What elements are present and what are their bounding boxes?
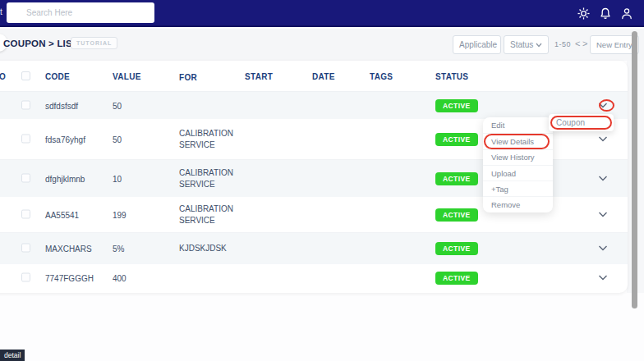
col-header-date: DATE [312, 72, 335, 81]
row-checkbox[interactable] [21, 244, 30, 254]
row-expand-chevron-icon[interactable] [598, 101, 608, 110]
vertical-scrollbar[interactable] [632, 31, 637, 308]
status-badge: ACTIVE [435, 272, 478, 285]
status-filter-select[interactable]: Status [504, 35, 549, 54]
col-header-start: START [245, 72, 273, 81]
table-row: sdfdsfsdf 50 ACTIVE [0, 92, 628, 119]
pagination-range: 1-50 [554, 40, 571, 48]
table-row: 7747FGGGH 400 ACTIVE [0, 264, 628, 292]
coupon-value: 50 [113, 135, 122, 144]
row-checkbox[interactable] [21, 173, 30, 184]
menu-item-view-details[interactable]: View Details [483, 133, 553, 149]
row-expand-chevron-icon[interactable] [598, 174, 608, 183]
row-expand-chevron-icon[interactable] [598, 210, 608, 219]
search-input[interactable] [7, 2, 154, 23]
coupon-value: 400 [113, 274, 126, 283]
row-checkbox[interactable] [21, 134, 30, 144]
status-badge: ACTIVE [435, 133, 478, 146]
col-header-code: CODE [45, 72, 70, 81]
pagination-prev-icon[interactable]: < [575, 39, 580, 48]
coupon-code: AA55541 [45, 210, 79, 219]
col-header-for: FOR [179, 72, 248, 85]
account-icon[interactable] [621, 7, 632, 20]
status-bar-link-preview: detail [0, 350, 25, 361]
row-expand-chevron-icon[interactable] [598, 135, 608, 144]
row-checkbox[interactable] [21, 209, 30, 220]
row-checkbox[interactable] [21, 100, 30, 111]
coupon-for: CALIBRATION SERVICE [179, 127, 248, 151]
coupon-for: KJDSKJDSK [179, 243, 248, 255]
top-navbar: t [0, 0, 644, 27]
col-header-status: STATUS [435, 72, 468, 81]
applicable-filter-select[interactable]: Applicable [453, 35, 501, 54]
settings-icon[interactable] [577, 7, 590, 20]
navbar-cut-text: t [0, 7, 2, 16]
status-badge: ACTIVE [435, 242, 478, 255]
status-badge: ACTIVE [435, 99, 478, 112]
applicable-filter-label: Applicable [459, 40, 497, 49]
row-expand-chevron-icon[interactable] [598, 244, 608, 254]
search-box[interactable] [7, 2, 154, 23]
col-header-no: O [0, 72, 6, 81]
row-checkbox[interactable] [21, 273, 30, 284]
coupon-code: MAXCHARS [45, 244, 92, 254]
chevron-down-icon [536, 43, 542, 48]
status-filter-label: Status [510, 40, 533, 49]
col-header-tags: TAGS [370, 72, 393, 81]
tutorial-badge[interactable]: TUTORIAL [71, 37, 117, 49]
coupon-value: 10 [113, 174, 122, 183]
row-context-menu: Edit View Details View History Upload +T… [483, 117, 553, 212]
coupon-code: fdsa76yhgf [45, 135, 85, 144]
coupon-code: dfghjklmnb [45, 174, 85, 183]
notifications-icon[interactable] [600, 7, 611, 20]
coupon-code: 7747FGGGH [45, 274, 94, 283]
col-header-value: VALUE [113, 72, 141, 81]
coupon-value: 50 [113, 101, 122, 110]
row-expand-chevron-icon[interactable] [598, 274, 608, 283]
select-all-checkbox[interactable] [21, 71, 30, 82]
coupon-value: 199 [113, 210, 126, 219]
status-badge: ACTIVE [435, 172, 478, 185]
navbar-icons [577, 7, 632, 20]
pagination-next-icon[interactable]: > [582, 39, 587, 48]
menu-item-remove[interactable]: Remove [483, 196, 553, 212]
menu-item-edit[interactable]: Edit [483, 117, 553, 133]
menu-item-add-tag[interactable]: +Tag [483, 180, 553, 196]
coupon-tooltip: Coupon [549, 114, 614, 131]
coupon-for: CALIBRATION SERVICE [179, 167, 248, 190]
menu-item-view-history[interactable]: View History [483, 149, 553, 165]
coupon-for: CALIBRATION SERVICE [179, 203, 248, 226]
status-badge: ACTIVE [435, 208, 478, 222]
menu-item-upload[interactable]: Upload [483, 165, 553, 180]
table-row: MAXCHARS 5% KJDSKJDSK ACTIVE [0, 233, 628, 264]
coupon-code: sdfdsfsdf [45, 101, 78, 110]
coupon-value: 5% [113, 244, 124, 254]
table-header-row: O CODE VALUE FOR START DATE TAGS STATUS [0, 61, 628, 92]
coupon-tooltip-label: Coupon [556, 118, 585, 127]
